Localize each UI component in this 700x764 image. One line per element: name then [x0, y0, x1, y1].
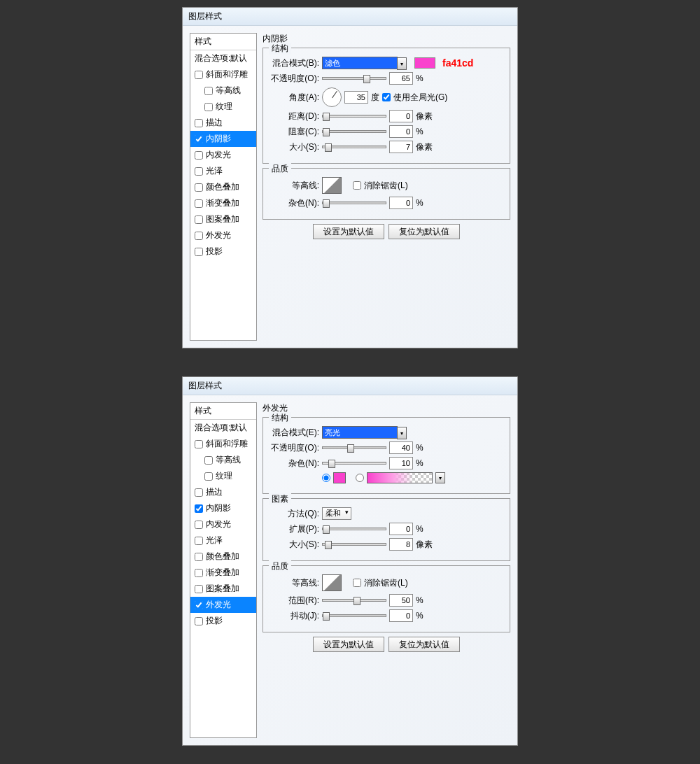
reset-default-button[interactable]: 复位为默认值	[388, 637, 460, 652]
chevron-down-icon[interactable]	[397, 57, 407, 70]
range-input[interactable]	[389, 594, 413, 607]
style-item-checkbox[interactable]	[204, 472, 213, 481]
style-item[interactable]: 等高线	[190, 452, 256, 468]
style-item[interactable]: 等高线	[190, 83, 256, 99]
set-default-button[interactable]: 设置为默认值	[313, 224, 384, 239]
style-item-checkbox[interactable]	[195, 199, 203, 208]
blend-options[interactable]: 混合选项:默认	[190, 50, 256, 66]
blend-options[interactable]: 混合选项:默认	[190, 420, 256, 436]
noise-slider[interactable]	[322, 201, 386, 204]
style-item-checkbox[interactable]	[195, 585, 203, 593]
style-item[interactable]: 描边	[190, 484, 256, 500]
percent-unit: %	[416, 458, 424, 468]
style-item-checkbox[interactable]	[195, 215, 203, 224]
style-item-checkbox[interactable]	[195, 232, 203, 240]
style-item[interactable]: 斜面和浮雕	[190, 436, 256, 452]
size-input[interactable]	[389, 141, 413, 153]
style-item[interactable]: 外发光	[190, 597, 256, 613]
style-item[interactable]: 图案叠加	[190, 211, 256, 227]
color-hex-annotation: fa41cd	[442, 57, 473, 69]
opacity-slider[interactable]	[322, 77, 386, 80]
style-item-checkbox[interactable]	[195, 183, 203, 192]
color-swatch[interactable]	[414, 57, 435, 69]
style-item[interactable]: 内阴影	[190, 131, 256, 147]
style-item-checkbox[interactable]	[195, 440, 203, 448]
style-item-checkbox[interactable]	[195, 248, 203, 256]
style-item-checkbox[interactable]	[204, 87, 213, 95]
style-item-checkbox[interactable]	[195, 119, 203, 127]
distance-input[interactable]	[389, 110, 413, 122]
style-item[interactable]: 渐变叠加	[190, 195, 256, 211]
method-select[interactable]: 柔和	[322, 507, 351, 520]
style-item-checkbox[interactable]	[195, 504, 203, 513]
style-item-checkbox[interactable]	[195, 569, 203, 577]
style-item[interactable]: 内阴影	[190, 500, 256, 516]
jitter-input[interactable]	[389, 609, 413, 622]
blend-mode-select[interactable]: 滤色	[322, 57, 398, 69]
angle-dial[interactable]	[322, 87, 342, 107]
style-item[interactable]: 内发光	[190, 147, 256, 163]
style-item-checkbox[interactable]	[195, 167, 203, 176]
contour-picker[interactable]	[322, 177, 342, 194]
style-item[interactable]: 颜色叠加	[190, 179, 256, 195]
choke-slider[interactable]	[322, 130, 386, 133]
gradient-radio[interactable]	[356, 474, 364, 482]
style-item-checkbox[interactable]	[195, 601, 203, 609]
solid-color-radio[interactable]	[322, 474, 330, 482]
size-input[interactable]	[389, 538, 413, 551]
gradient-swatch[interactable]	[367, 472, 433, 483]
jitter-slider[interactable]	[322, 614, 386, 617]
style-item-checkbox[interactable]	[195, 151, 203, 160]
noise-input[interactable]	[389, 197, 413, 209]
spread-input[interactable]	[389, 523, 413, 535]
style-item[interactable]: 斜面和浮雕	[190, 66, 256, 83]
style-item-checkbox[interactable]	[195, 537, 203, 545]
reset-default-button[interactable]: 复位为默认值	[388, 224, 460, 239]
style-item-checkbox[interactable]	[195, 553, 203, 561]
style-item-checkbox[interactable]	[204, 456, 213, 465]
antialias-checkbox[interactable]	[353, 579, 361, 587]
styles-header[interactable]: 样式	[190, 403, 256, 420]
opacity-input[interactable]	[389, 441, 413, 454]
style-item[interactable]: 纹理	[190, 99, 256, 115]
spread-slider[interactable]	[322, 528, 386, 530]
global-light-checkbox[interactable]	[382, 93, 391, 101]
style-item-checkbox[interactable]	[195, 488, 203, 497]
opacity-slider[interactable]	[322, 446, 386, 449]
antialias-checkbox[interactable]	[353, 181, 361, 190]
choke-input[interactable]	[389, 125, 413, 138]
style-item[interactable]: 光泽	[190, 163, 256, 179]
set-default-button[interactable]: 设置为默认值	[313, 637, 384, 652]
style-item-checkbox[interactable]	[195, 617, 203, 625]
opacity-input[interactable]	[389, 72, 413, 85]
style-item[interactable]: 投影	[190, 613, 256, 629]
noise-slider[interactable]	[322, 462, 386, 465]
style-item[interactable]: 外发光	[190, 227, 256, 243]
contour-picker[interactable]	[322, 574, 342, 591]
style-item-checkbox[interactable]	[195, 135, 203, 143]
style-item-checkbox[interactable]	[195, 521, 203, 529]
style-item[interactable]: 光泽	[190, 532, 256, 549]
style-item[interactable]: 渐变叠加	[190, 565, 256, 581]
size-slider[interactable]	[322, 543, 386, 546]
distance-slider[interactable]	[322, 115, 386, 118]
style-item-checkbox[interactable]	[204, 103, 213, 111]
noise-input[interactable]	[389, 457, 413, 469]
chevron-down-icon[interactable]: ▾	[435, 472, 445, 483]
angle-input[interactable]	[344, 91, 368, 104]
titlebar[interactable]: 图层样式	[183, 8, 517, 26]
style-item[interactable]: 投影	[190, 243, 256, 260]
style-item[interactable]: 纹理	[190, 468, 256, 484]
style-item[interactable]: 图案叠加	[190, 581, 256, 597]
styles-header[interactable]: 样式	[190, 34, 256, 50]
style-item[interactable]: 内发光	[190, 516, 256, 532]
style-item[interactable]: 颜色叠加	[190, 549, 256, 565]
blend-mode-select[interactable]: 亮光	[322, 426, 398, 439]
glow-color-swatch[interactable]	[333, 472, 346, 483]
titlebar[interactable]: 图层样式	[183, 377, 517, 395]
style-item-checkbox[interactable]	[195, 71, 203, 79]
size-slider[interactable]	[322, 146, 386, 148]
chevron-down-icon[interactable]	[397, 427, 407, 439]
range-slider[interactable]	[322, 599, 386, 602]
style-item[interactable]: 描边	[190, 115, 256, 131]
